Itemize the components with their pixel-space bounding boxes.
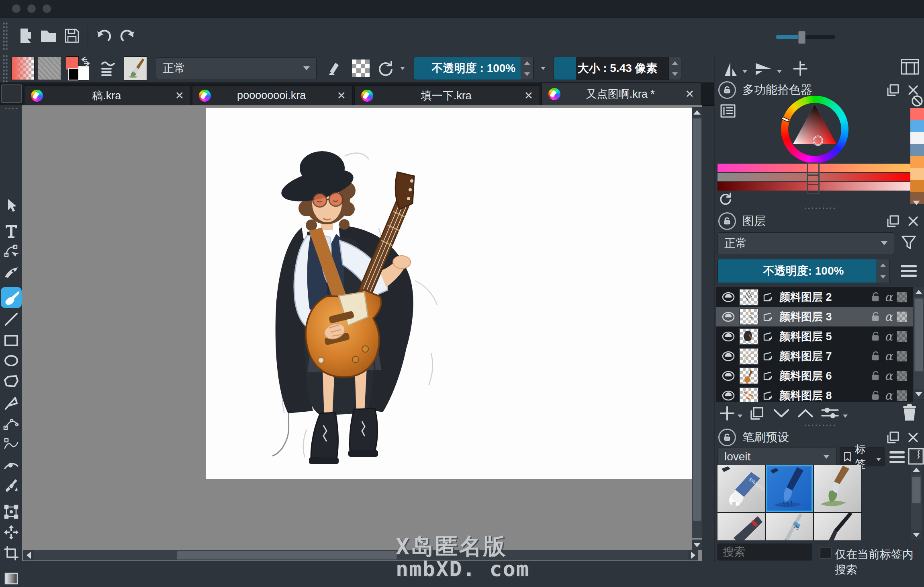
close-tab-icon[interactable]: ✕: [685, 88, 694, 101]
vscroll-thumb[interactable]: [693, 118, 701, 521]
brush-scrollbar[interactable]: [911, 474, 922, 530]
foreground-color-swatch[interactable]: [66, 56, 79, 70]
spin-up-icon[interactable]: [672, 61, 678, 65]
save-button[interactable]: [60, 24, 84, 47]
foreground-background-colors[interactable]: [66, 56, 92, 80]
value-slider-handle[interactable]: [807, 181, 820, 194]
brush-scroll-up[interactable]: [911, 465, 922, 474]
delete-layer-button[interactable]: [900, 403, 919, 422]
zoom-window-button[interactable]: [43, 4, 51, 13]
preserve-alpha-button[interactable]: [352, 60, 370, 77]
layer-visible-icon[interactable]: [722, 312, 735, 322]
pattern-chooser[interactable]: [38, 57, 61, 80]
layer-row[interactable]: 颜料图层 6 α: [716, 366, 913, 386]
brush-tile-ink-pen[interactable]: [814, 513, 861, 540]
new-document-button[interactable]: [14, 24, 37, 47]
layer-row[interactable]: 颜料图层 2 α: [716, 287, 913, 307]
layer-inherit-alpha-icon[interactable]: [897, 331, 907, 342]
hscroll-left-arrow[interactable]: [23, 550, 34, 560]
layers-header[interactable]: 图层: [718, 212, 919, 230]
layer-properties-icon[interactable]: [820, 405, 840, 421]
close-window-button[interactable]: [12, 4, 20, 13]
layer-inherit-alpha-icon[interactable]: [897, 371, 907, 381]
layer-visible-icon[interactable]: [722, 390, 735, 401]
brush-presets-header[interactable]: 笔刷预设: [718, 429, 919, 446]
layer-thumbnail[interactable]: [739, 348, 758, 365]
layer-scroll-down[interactable]: [914, 389, 924, 399]
layer-row[interactable]: 颜料图层 7 α: [716, 346, 913, 366]
tab-document-2[interactable]: poooooooi.kra ✕: [192, 85, 353, 105]
brush-tile-eraser[interactable]: ERASER: [718, 465, 765, 512]
color-history-swatch[interactable]: [910, 144, 924, 156]
workspace-chooser-button[interactable]: [898, 55, 922, 78]
tool-gradient[interactable]: [2, 569, 20, 587]
search-current-tag-checkbox[interactable]: [820, 547, 832, 559]
mirror-horizontal-button[interactable]: [751, 57, 777, 80]
brush-scroll-down[interactable]: [911, 530, 922, 540]
layer-alpha-icon[interactable]: α: [885, 290, 893, 304]
hscroll-right-arrow[interactable]: [688, 550, 698, 560]
layer-alpha-icon[interactable]: α: [885, 349, 893, 363]
edit-brush-settings-button[interactable]: [124, 56, 147, 80]
tab-document-3[interactable]: 填一下.kra ✕: [354, 85, 540, 105]
canvas-page[interactable]: [206, 108, 701, 479]
layer-blend-mode-dropdown[interactable]: 正常: [718, 232, 894, 254]
tool-text[interactable]: [2, 222, 20, 240]
tool-transform[interactable]: [2, 503, 20, 521]
saturation-value-triangle[interactable]: [781, 96, 848, 163]
brush-tile-blue-wet-selected[interactable]: [766, 465, 813, 512]
layer-thumbnail[interactable]: [739, 289, 758, 306]
spin-down-icon[interactable]: [880, 275, 886, 279]
panel-resize-handle[interactable]: [803, 424, 836, 427]
float-panel-icon[interactable]: [886, 83, 900, 97]
gradient-chooser[interactable]: [11, 57, 35, 80]
minimize-window-button[interactable]: [27, 4, 36, 13]
layer-visible-icon[interactable]: [722, 351, 735, 361]
opacity-slider[interactable]: 不透明度 : 100%: [414, 57, 534, 80]
brush-size-slider[interactable]: 大小 : 5.43 像素: [554, 57, 681, 80]
color-history-swatch[interactable]: [910, 180, 924, 192]
spin-up-icon[interactable]: [524, 61, 530, 65]
tool-move[interactable]: [2, 523, 20, 542]
layer-lock-icon[interactable]: [870, 291, 881, 303]
vscroll-down-arrow[interactable]: [692, 540, 702, 550]
chevron-down-icon[interactable]: [742, 70, 747, 73]
close-tab-icon[interactable]: ✕: [175, 89, 184, 102]
tool-dynamic-brush[interactable]: [2, 456, 20, 474]
tool-ellipse[interactable]: [2, 351, 20, 370]
layer-row-selected[interactable]: 颜料图层 3 α: [716, 307, 913, 327]
move-layer-down-icon[interactable]: [772, 405, 791, 421]
layer-inherit-alpha-icon[interactable]: [897, 312, 907, 322]
tab-document-1[interactable]: 稿.kra ✕: [24, 85, 191, 105]
tool-freehand-path[interactable]: [2, 435, 20, 454]
hscroll-thumb[interactable]: [177, 551, 397, 560]
float-panel-icon[interactable]: [886, 214, 900, 228]
tool-rectangle[interactable]: [2, 331, 20, 350]
layer-scrollbar[interactable]: [914, 297, 924, 389]
brush-group-dropdown[interactable]: loveit: [718, 447, 836, 466]
close-panel-icon[interactable]: [907, 215, 919, 227]
brush-tile-mechanical-pencil[interactable]: 05: [766, 513, 813, 540]
layer-lock-icon[interactable]: [870, 370, 881, 382]
panel-lock-icon[interactable]: [718, 81, 736, 99]
brush-view-list-button[interactable]: [889, 449, 906, 465]
layer-lock-icon[interactable]: [870, 331, 881, 342]
close-panel-icon[interactable]: [907, 431, 919, 443]
background-color-swatch[interactable]: [68, 68, 79, 80]
layer-visible-icon[interactable]: [722, 371, 735, 381]
layer-scroll-thumb[interactable]: [914, 298, 923, 371]
layer-inherit-alpha-icon[interactable]: [897, 390, 907, 401]
eraser-mode-button[interactable]: [322, 57, 345, 80]
chevron-down-icon[interactable]: [400, 67, 405, 70]
tool-polygon[interactable]: [2, 372, 20, 391]
undo-button[interactable]: [92, 24, 116, 47]
close-tab-icon[interactable]: ✕: [337, 89, 346, 102]
chevron-down-icon[interactable]: [541, 67, 546, 70]
chevron-down-icon[interactable]: [843, 415, 848, 418]
zoom-slider[interactable]: [776, 35, 835, 39]
layer-alpha-icon[interactable]: α: [885, 310, 893, 324]
spin-up-icon[interactable]: [880, 263, 886, 267]
open-document-button[interactable]: [37, 24, 60, 47]
layer-thumbnail[interactable]: [739, 387, 758, 402]
close-tab-icon[interactable]: ✕: [524, 89, 533, 102]
